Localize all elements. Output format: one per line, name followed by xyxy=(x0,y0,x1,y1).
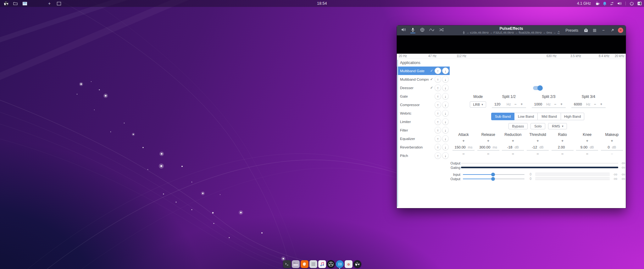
sidebar-item-webrtc[interactable]: Webrtc ↑ ↓ xyxy=(397,109,450,117)
move-up-button[interactable]: ↑ xyxy=(435,84,441,91)
param-value-field[interactable]: 2.00 xyxy=(552,145,574,151)
detection-dropdown[interactable]: RMS ▾ xyxy=(548,123,567,129)
pulseeffects-icon[interactable] xyxy=(336,260,344,268)
increment-button[interactable]: + xyxy=(586,139,588,143)
pulseaudio-tab-globe-icon[interactable] xyxy=(418,26,426,35)
split12-spinbox[interactable]: 120 Hz − + xyxy=(492,101,526,108)
move-up-button[interactable]: ↑ xyxy=(435,135,441,142)
sidebar-scrollbar[interactable] xyxy=(397,60,398,207)
file-manager-icon[interactable] xyxy=(292,260,300,268)
sidebar-item-multiband-compressor[interactable]: Multiband Compressor ✓ ↑ ↓ xyxy=(397,75,450,83)
pipeline-tab-shuffle-icon[interactable] xyxy=(437,26,445,35)
browser-icon[interactable] xyxy=(301,260,308,268)
move-up-button[interactable]: ↑ xyxy=(435,67,441,74)
power-icon[interactable] xyxy=(628,0,635,7)
sidebar-item-limiter[interactable]: Limiter ↑ ↓ xyxy=(397,117,450,126)
decrement-button[interactable]: − xyxy=(514,102,517,106)
titlebar[interactable]: PulseEffects → s16le,48.0kHz → F32LE,48.… xyxy=(397,25,626,35)
move-up-button[interactable]: ↑ xyxy=(435,144,441,150)
param-value-field[interactable]: 9.00 dB xyxy=(576,145,598,151)
input-gain-slider[interactable] xyxy=(463,172,525,176)
move-down-button[interactable]: ↓ xyxy=(442,152,449,159)
tab-high-band[interactable]: High Band xyxy=(561,113,584,120)
panel-toggle-icon[interactable] xyxy=(636,0,643,7)
move-down-button[interactable]: ↓ xyxy=(442,135,449,142)
decrement-button[interactable]: − xyxy=(512,152,514,156)
applications-button[interactable]: Applications xyxy=(397,60,450,67)
sidebar-item-gate[interactable]: Gate ↑ ↓ xyxy=(397,92,450,100)
move-up-button[interactable]: ↑ xyxy=(435,110,441,116)
output-tab-speaker-icon[interactable] xyxy=(399,26,408,35)
obs-studio-icon[interactable] xyxy=(327,260,335,268)
decrement-button[interactable]: − xyxy=(561,152,564,156)
decrement-button[interactable]: − xyxy=(586,152,588,156)
decrement-button[interactable]: − xyxy=(611,152,613,156)
move-down-button[interactable]: ↓ xyxy=(442,84,449,91)
plugin-enable-toggle[interactable] xyxy=(533,86,542,90)
move-up-button[interactable]: ↑ xyxy=(435,127,441,133)
move-down-button[interactable]: ↓ xyxy=(442,118,449,125)
move-down-button[interactable]: ↓ xyxy=(442,76,449,83)
sidebar-item-filter[interactable]: Filter ↑ ↓ xyxy=(397,126,450,134)
move-down-button[interactable]: ↓ xyxy=(442,127,449,133)
increment-button[interactable]: + xyxy=(561,139,564,143)
decrement-button[interactable]: − xyxy=(553,102,557,106)
decrement-button[interactable]: − xyxy=(487,152,490,156)
increment-button[interactable]: + xyxy=(462,139,465,143)
sidebar-item-deesser[interactable]: Deesser ✓ ↑ ↓ xyxy=(397,83,450,92)
move-up-button[interactable]: ↑ xyxy=(435,118,441,125)
output-gain-slider[interactable] xyxy=(463,177,525,181)
mode-dropdown[interactable]: LR8 ▾ xyxy=(470,101,486,108)
camera-icon[interactable] xyxy=(345,260,353,268)
move-down-button[interactable]: ↓ xyxy=(442,67,449,74)
menu-icon[interactable] xyxy=(591,27,598,34)
caffeine-icon[interactable] xyxy=(594,0,601,7)
param-value-field[interactable]: 0 dB xyxy=(601,145,623,151)
decrement-button[interactable]: − xyxy=(593,102,597,106)
increment-button[interactable]: + xyxy=(487,139,490,143)
input-tab-microphone-icon[interactable] xyxy=(409,26,417,35)
increment-button[interactable]: + xyxy=(600,102,603,106)
media-player-icon[interactable] xyxy=(353,260,361,268)
decrement-button[interactable]: − xyxy=(536,152,539,156)
slider-handle[interactable] xyxy=(491,173,495,176)
notification-bell-icon[interactable] xyxy=(602,0,608,7)
sidebar-item-equalizer[interactable]: Equalizer ↑ ↓ xyxy=(397,134,450,143)
volume-icon[interactable] xyxy=(616,0,623,7)
bypass-button[interactable]: Bypass xyxy=(508,123,528,129)
network-icon[interactable] xyxy=(608,0,615,7)
move-up-button[interactable]: ↑ xyxy=(435,76,441,83)
param-value-field[interactable]: -12 dB xyxy=(527,145,549,151)
clock[interactable]: 18:54 xyxy=(0,0,644,7)
sidebar-item-multiband-gate[interactable]: Multiband Gate ✓ ↑ ↓ xyxy=(397,67,450,75)
music-player-icon[interactable] xyxy=(318,260,326,268)
presets-button[interactable]: Presets xyxy=(564,27,580,34)
increment-button[interactable]: + xyxy=(611,139,613,143)
tab-mid-band[interactable]: Mid Band xyxy=(538,113,561,120)
toolbox-icon[interactable] xyxy=(583,27,589,34)
close-button[interactable]: × xyxy=(618,28,623,33)
tab-sub-band[interactable]: Sub Band xyxy=(491,113,514,120)
sidebar-item-reverberation[interactable]: Reverberation ↑ ↓ xyxy=(397,143,450,151)
move-down-button[interactable]: ↓ xyxy=(442,110,449,116)
resize-button[interactable] xyxy=(609,27,615,34)
app-grid-icon[interactable] xyxy=(309,260,317,268)
sidebar-item-pitch[interactable]: Pitch ↑ ↓ xyxy=(397,151,450,160)
move-down-button[interactable]: ↓ xyxy=(442,93,449,100)
split23-spinbox[interactable]: 1000 Hz − + xyxy=(532,101,566,108)
move-up-button[interactable]: ↑ xyxy=(435,101,441,108)
minimize-button[interactable]: − xyxy=(600,27,607,34)
move-up-button[interactable]: ↑ xyxy=(435,93,441,100)
solo-button[interactable]: Solo xyxy=(530,123,545,129)
increment-button[interactable]: + xyxy=(560,102,563,106)
param-value-field[interactable]: 150.00 ms xyxy=(452,145,475,151)
move-up-button[interactable]: ↑ xyxy=(435,152,441,159)
increment-button[interactable]: + xyxy=(536,139,539,143)
param-value-field[interactable]: 300.00 ms xyxy=(477,145,499,151)
sidebar-item-compressor[interactable]: Compressor ↑ ↓ xyxy=(397,100,450,109)
move-down-button[interactable]: ↓ xyxy=(442,101,449,108)
spectrum-tab-sine-icon[interactable] xyxy=(428,26,436,35)
split34-spinbox[interactable]: 6000 Hz − + xyxy=(571,101,605,108)
terminal-icon[interactable] xyxy=(283,260,291,268)
move-down-button[interactable]: ↓ xyxy=(442,144,449,150)
